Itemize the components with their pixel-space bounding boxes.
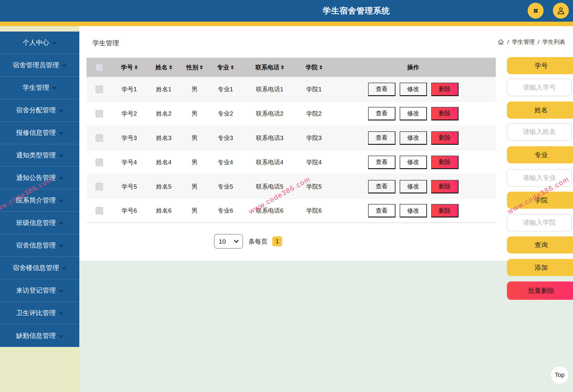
per-page-label: 条每页 bbox=[248, 237, 267, 246]
sort-icon bbox=[319, 65, 322, 69]
row-checkbox[interactable] bbox=[96, 110, 103, 117]
view-button[interactable]: 查看 bbox=[368, 180, 395, 193]
row-checkbox[interactable] bbox=[96, 134, 103, 142]
sidebar-item-dorm-info-mgmt[interactable]: 宿舍信息管理 bbox=[0, 234, 79, 257]
row-checkbox[interactable] bbox=[96, 159, 103, 166]
sidebar-item-personal-center[interactable]: 个人中心 bbox=[0, 32, 79, 54]
query-button[interactable]: 查询 bbox=[507, 236, 573, 254]
chevron-down-icon bbox=[59, 132, 63, 135]
cell-gender: 男 bbox=[180, 207, 209, 215]
cell-major: 专业6 bbox=[209, 207, 242, 215]
sidebar-item-absence-info-mgmt[interactable]: 缺勤信息管理 bbox=[0, 324, 79, 347]
cell-gender: 男 bbox=[180, 110, 209, 118]
user-account-button[interactable] bbox=[553, 3, 569, 19]
cell-phone: 联系电话5 bbox=[242, 183, 297, 191]
row-checkbox[interactable] bbox=[96, 86, 103, 93]
sidebar-item-student-mgmt[interactable]: 学生管理 bbox=[0, 77, 79, 99]
sidebar-item-dorm-admin-mgmt[interactable]: 宿舍管理员管理 bbox=[0, 54, 79, 77]
name-label-button[interactable]: 姓名 bbox=[507, 102, 573, 119]
view-button[interactable]: 查看 bbox=[368, 204, 395, 217]
sidebar-item-label: 宿舍管理员管理 bbox=[13, 61, 59, 70]
cell-name: 姓名3 bbox=[147, 134, 180, 142]
cell-college: 学院6 bbox=[297, 207, 331, 215]
fullscreen-button[interactable] bbox=[528, 3, 544, 19]
home-icon[interactable] bbox=[498, 39, 504, 45]
chevron-down-icon bbox=[59, 335, 63, 338]
table-row: 学号4 姓名4 男 专业4 联系电话4 学院4 查看 修改 删除 bbox=[87, 150, 496, 174]
delete-button[interactable]: 删除 bbox=[431, 107, 459, 120]
column-header-actions: 操作 bbox=[331, 63, 496, 71]
breadcrumb-student-mgmt[interactable]: 学生管理 bbox=[512, 38, 535, 46]
cell-major: 专业4 bbox=[209, 158, 242, 166]
select-all-checkbox[interactable] bbox=[96, 64, 103, 71]
back-to-top-button[interactable]: Top bbox=[550, 366, 569, 384]
sidebar-item-label: 通知公告管理 bbox=[16, 173, 56, 182]
cell-phone: 联系电话4 bbox=[242, 158, 297, 166]
student-id-search-input[interactable] bbox=[507, 79, 572, 96]
sidebar-item-notice-announcement-mgmt[interactable]: 通知公告管理 bbox=[0, 167, 79, 189]
page-size-select[interactable]: 10 bbox=[214, 234, 243, 249]
view-button[interactable]: 查看 bbox=[368, 131, 395, 145]
column-header-student-id[interactable]: 学号 bbox=[111, 63, 147, 71]
view-button[interactable]: 查看 bbox=[368, 156, 395, 169]
sidebar-item-class-info-mgmt[interactable]: 班级信息管理 bbox=[0, 212, 79, 234]
page-number-button[interactable]: 1 bbox=[272, 236, 282, 246]
cell-name: 姓名4 bbox=[147, 158, 180, 166]
cell-student-id: 学号6 bbox=[111, 207, 147, 215]
edit-button[interactable]: 修改 bbox=[400, 107, 427, 120]
sidebar-item-label: 宿舍分配管理 bbox=[16, 106, 56, 115]
chevron-down-icon bbox=[59, 200, 63, 202]
page-title: 学生管理 bbox=[93, 39, 119, 48]
column-header-name[interactable]: 姓名 bbox=[147, 63, 180, 71]
sort-icon bbox=[231, 65, 234, 69]
sidebar-item-dorm-assignment-mgmt[interactable]: 宿舍分配管理 bbox=[0, 99, 79, 122]
edit-button[interactable]: 修改 bbox=[400, 180, 427, 193]
chevron-down-icon bbox=[62, 267, 67, 270]
edit-button[interactable]: 修改 bbox=[400, 131, 427, 145]
major-search-input[interactable] bbox=[507, 169, 572, 187]
top-bar: 学生宿舍管理系统 bbox=[0, 0, 573, 22]
cell-gender: 男 bbox=[180, 85, 209, 93]
cell-college: 学院5 bbox=[297, 183, 331, 191]
pagination: 10 条每页 1 bbox=[214, 234, 282, 249]
delete-button[interactable]: 删除 bbox=[431, 83, 459, 96]
sidebar-item-label: 来访登记管理 bbox=[16, 286, 56, 295]
breadcrumb-student-list[interactable]: 学生列表 bbox=[542, 38, 565, 46]
sidebar-item-notice-type-mgmt[interactable]: 通知类型管理 bbox=[0, 144, 79, 167]
row-checkbox[interactable] bbox=[96, 183, 103, 190]
breadcrumb-separator: / bbox=[538, 39, 539, 45]
delete-button[interactable]: 删除 bbox=[431, 204, 459, 217]
row-checkbox[interactable] bbox=[96, 207, 103, 214]
edit-button[interactable]: 修改 bbox=[400, 204, 427, 217]
sidebar-item-label: 通知类型管理 bbox=[16, 151, 56, 160]
student-id-label-button[interactable]: 学号 bbox=[507, 57, 573, 74]
sidebar-item-label: 卫生评比管理 bbox=[16, 308, 56, 318]
sidebar-item-department-intro-mgmt[interactable]: 院系简介管理 bbox=[0, 189, 79, 212]
cell-name: 姓名1 bbox=[147, 85, 180, 93]
sidebar-item-dorm-building-info-mgmt[interactable]: 宿舍楼信息管理 bbox=[0, 257, 79, 279]
college-label-button[interactable]: 学院 bbox=[507, 192, 573, 209]
sidebar-item-hygiene-evaluation-mgmt[interactable]: 卫生评比管理 bbox=[0, 302, 79, 324]
column-header-major[interactable]: 专业 bbox=[209, 63, 242, 71]
view-button[interactable]: 查看 bbox=[368, 107, 395, 120]
view-button[interactable]: 查看 bbox=[368, 83, 395, 96]
college-search-input[interactable] bbox=[507, 214, 572, 231]
delete-button[interactable]: 删除 bbox=[431, 180, 459, 193]
edit-button[interactable]: 修改 bbox=[400, 83, 427, 96]
major-label-button[interactable]: 专业 bbox=[507, 146, 573, 163]
table-row: 学号3 姓名3 男 专业3 联系电话3 学院3 查看 修改 删除 bbox=[87, 126, 496, 150]
sidebar-item-label: 院系简介管理 bbox=[16, 196, 56, 205]
delete-button[interactable]: 删除 bbox=[431, 131, 459, 145]
add-button[interactable]: 添加 bbox=[507, 259, 573, 276]
delete-button[interactable]: 删除 bbox=[431, 156, 459, 169]
column-header-college[interactable]: 学院 bbox=[297, 63, 331, 71]
sidebar-item-visitor-registration-mgmt[interactable]: 来访登记管理 bbox=[0, 279, 79, 302]
column-header-phone[interactable]: 联系电话 bbox=[242, 63, 297, 71]
column-header-gender[interactable]: 性别 bbox=[180, 63, 209, 71]
edit-button[interactable]: 修改 bbox=[400, 156, 427, 169]
name-search-input[interactable] bbox=[507, 123, 572, 141]
page-size-value: 10 bbox=[219, 238, 226, 245]
batch-delete-button[interactable]: 批量删除 bbox=[507, 281, 573, 300]
sidebar-item-repair-info-mgmt[interactable]: 报修信息管理 bbox=[0, 122, 79, 144]
cell-college: 学院3 bbox=[297, 134, 331, 142]
